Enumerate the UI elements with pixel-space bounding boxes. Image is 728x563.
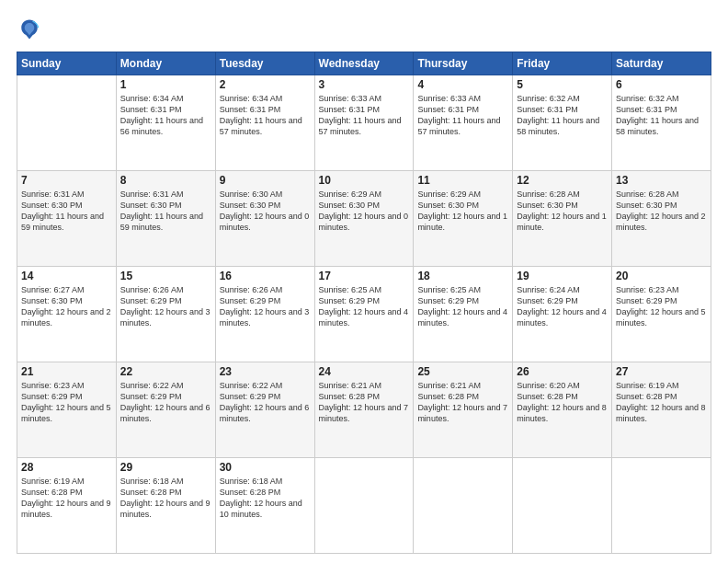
calendar-cell: 19Sunrise: 6:24 AMSunset: 6:29 PMDayligh… — [513, 267, 612, 362]
day-number: 30 — [220, 461, 311, 474]
calendar-cell — [513, 458, 612, 554]
calendar-cell: 10Sunrise: 6:29 AMSunset: 6:30 PMDayligh… — [314, 171, 414, 267]
cell-info: Sunrise: 6:34 AMSunset: 6:31 PMDaylight:… — [120, 94, 203, 136]
calendar-cell: 4Sunrise: 6:33 AMSunset: 6:31 PMDaylight… — [414, 75, 513, 171]
cell-info: Sunrise: 6:21 AMSunset: 6:28 PMDaylight:… — [417, 381, 507, 423]
cell-info: Sunrise: 6:29 AMSunset: 6:30 PMDaylight:… — [319, 190, 409, 232]
calendar-cell: 23Sunrise: 6:22 AMSunset: 6:29 PMDayligh… — [215, 362, 314, 458]
calendar-cell: 12Sunrise: 6:28 AMSunset: 6:30 PMDayligh… — [513, 171, 612, 267]
calendar-cell — [612, 458, 711, 554]
cell-info: Sunrise: 6:27 AMSunset: 6:30 PMDaylight:… — [21, 285, 111, 327]
cell-info: Sunrise: 6:23 AMSunset: 6:29 PMDaylight:… — [616, 285, 706, 327]
day-header-sunday: Sunday — [17, 52, 117, 75]
week-row-3: 14Sunrise: 6:27 AMSunset: 6:30 PMDayligh… — [17, 267, 711, 362]
cell-info: Sunrise: 6:28 AMSunset: 6:30 PMDaylight:… — [616, 190, 706, 232]
day-number: 3 — [319, 78, 410, 91]
calendar-cell: 1Sunrise: 6:34 AMSunset: 6:31 PMDaylight… — [116, 75, 215, 171]
day-number: 28 — [21, 461, 112, 474]
calendar-cell: 14Sunrise: 6:27 AMSunset: 6:30 PMDayligh… — [17, 267, 117, 362]
day-number: 4 — [417, 78, 508, 91]
calendar-cell: 29Sunrise: 6:18 AMSunset: 6:28 PMDayligh… — [116, 458, 215, 554]
cell-info: Sunrise: 6:18 AMSunset: 6:28 PMDaylight:… — [120, 477, 210, 519]
cell-info: Sunrise: 6:31 AMSunset: 6:30 PMDaylight:… — [120, 190, 203, 232]
week-row-5: 28Sunrise: 6:19 AMSunset: 6:28 PMDayligh… — [17, 458, 711, 554]
calendar-cell: 30Sunrise: 6:18 AMSunset: 6:28 PMDayligh… — [215, 458, 314, 554]
cell-info: Sunrise: 6:29 AMSunset: 6:30 PMDaylight:… — [417, 190, 507, 232]
calendar-cell: 8Sunrise: 6:31 AMSunset: 6:30 PMDaylight… — [116, 171, 215, 267]
calendar-cell: 27Sunrise: 6:19 AMSunset: 6:28 PMDayligh… — [612, 362, 711, 458]
calendar-cell: 28Sunrise: 6:19 AMSunset: 6:28 PMDayligh… — [17, 458, 117, 554]
cell-info: Sunrise: 6:22 AMSunset: 6:29 PMDaylight:… — [120, 381, 210, 423]
day-number: 9 — [220, 174, 311, 187]
calendar-cell — [314, 458, 414, 554]
day-number: 21 — [21, 365, 112, 378]
cell-info: Sunrise: 6:34 AMSunset: 6:31 PMDaylight:… — [220, 94, 302, 136]
cell-info: Sunrise: 6:30 AMSunset: 6:30 PMDaylight:… — [220, 190, 310, 232]
week-row-4: 21Sunrise: 6:23 AMSunset: 6:29 PMDayligh… — [17, 362, 711, 458]
calendar-cell — [17, 75, 117, 171]
day-header-wednesday: Wednesday — [314, 52, 414, 75]
calendar-cell: 22Sunrise: 6:22 AMSunset: 6:29 PMDayligh… — [116, 362, 215, 458]
cell-info: Sunrise: 6:31 AMSunset: 6:30 PMDaylight:… — [21, 190, 104, 232]
day-number: 27 — [616, 365, 707, 378]
cell-info: Sunrise: 6:26 AMSunset: 6:29 PMDaylight:… — [120, 285, 210, 327]
calendar-header-row: SundayMondayTuesdayWednesdayThursdayFrid… — [17, 52, 711, 75]
cell-info: Sunrise: 6:26 AMSunset: 6:29 PMDaylight:… — [220, 285, 310, 327]
day-number: 11 — [417, 174, 508, 187]
calendar-cell: 26Sunrise: 6:20 AMSunset: 6:28 PMDayligh… — [513, 362, 612, 458]
day-number: 19 — [517, 270, 608, 282]
week-row-2: 7Sunrise: 6:31 AMSunset: 6:30 PMDaylight… — [17, 171, 711, 267]
day-number: 8 — [120, 174, 211, 187]
calendar-cell: 17Sunrise: 6:25 AMSunset: 6:29 PMDayligh… — [314, 267, 414, 362]
page: SundayMondayTuesdayWednesdayThursdayFrid… — [0, 0, 728, 563]
day-number: 1 — [120, 78, 211, 91]
calendar-cell: 11Sunrise: 6:29 AMSunset: 6:30 PMDayligh… — [414, 171, 513, 267]
cell-info: Sunrise: 6:25 AMSunset: 6:29 PMDaylight:… — [417, 285, 507, 327]
day-number: 24 — [319, 365, 410, 378]
cell-info: Sunrise: 6:18 AMSunset: 6:28 PMDaylight:… — [220, 477, 302, 519]
cell-info: Sunrise: 6:32 AMSunset: 6:31 PMDaylight:… — [517, 94, 599, 136]
day-number: 20 — [616, 270, 707, 282]
calendar-cell: 15Sunrise: 6:26 AMSunset: 6:29 PMDayligh… — [116, 267, 215, 362]
day-number: 23 — [220, 365, 311, 378]
logo — [17, 17, 46, 42]
cell-info: Sunrise: 6:33 AMSunset: 6:31 PMDaylight:… — [319, 94, 402, 136]
cell-info: Sunrise: 6:23 AMSunset: 6:29 PMDaylight:… — [21, 381, 111, 423]
day-number: 25 — [417, 365, 508, 378]
day-header-thursday: Thursday — [414, 52, 513, 75]
cell-info: Sunrise: 6:20 AMSunset: 6:28 PMDaylight:… — [517, 381, 607, 423]
calendar-cell: 21Sunrise: 6:23 AMSunset: 6:29 PMDayligh… — [17, 362, 117, 458]
cell-info: Sunrise: 6:32 AMSunset: 6:31 PMDaylight:… — [616, 94, 699, 136]
day-number: 5 — [517, 78, 608, 91]
day-number: 16 — [220, 270, 311, 282]
header — [17, 17, 711, 42]
day-number: 2 — [220, 78, 311, 91]
calendar-cell: 18Sunrise: 6:25 AMSunset: 6:29 PMDayligh… — [414, 267, 513, 362]
day-number: 6 — [616, 78, 707, 91]
calendar-cell: 3Sunrise: 6:33 AMSunset: 6:31 PMDaylight… — [314, 75, 414, 171]
calendar-cell: 5Sunrise: 6:32 AMSunset: 6:31 PMDaylight… — [513, 75, 612, 171]
calendar-cell: 25Sunrise: 6:21 AMSunset: 6:28 PMDayligh… — [414, 362, 513, 458]
calendar-cell: 24Sunrise: 6:21 AMSunset: 6:28 PMDayligh… — [314, 362, 414, 458]
day-number: 26 — [517, 365, 608, 378]
day-header-monday: Monday — [116, 52, 215, 75]
cell-info: Sunrise: 6:22 AMSunset: 6:29 PMDaylight:… — [220, 381, 310, 423]
day-number: 10 — [319, 174, 410, 187]
day-number: 17 — [319, 270, 410, 282]
calendar-cell: 6Sunrise: 6:32 AMSunset: 6:31 PMDaylight… — [612, 75, 711, 171]
day-number: 29 — [120, 461, 211, 474]
calendar-cell: 2Sunrise: 6:34 AMSunset: 6:31 PMDaylight… — [215, 75, 314, 171]
day-header-friday: Friday — [513, 52, 612, 75]
day-number: 7 — [21, 174, 112, 187]
calendar-cell: 9Sunrise: 6:30 AMSunset: 6:30 PMDaylight… — [215, 171, 314, 267]
day-number: 12 — [517, 174, 608, 187]
day-number: 18 — [417, 270, 508, 282]
logo-icon — [17, 17, 42, 42]
day-number: 15 — [120, 270, 211, 282]
calendar-table: SundayMondayTuesdayWednesdayThursdayFrid… — [17, 52, 711, 554]
cell-info: Sunrise: 6:25 AMSunset: 6:29 PMDaylight:… — [319, 285, 409, 327]
calendar-cell: 7Sunrise: 6:31 AMSunset: 6:30 PMDaylight… — [17, 171, 117, 267]
cell-info: Sunrise: 6:24 AMSunset: 6:29 PMDaylight:… — [517, 285, 607, 327]
calendar-cell — [414, 458, 513, 554]
day-number: 22 — [120, 365, 211, 378]
